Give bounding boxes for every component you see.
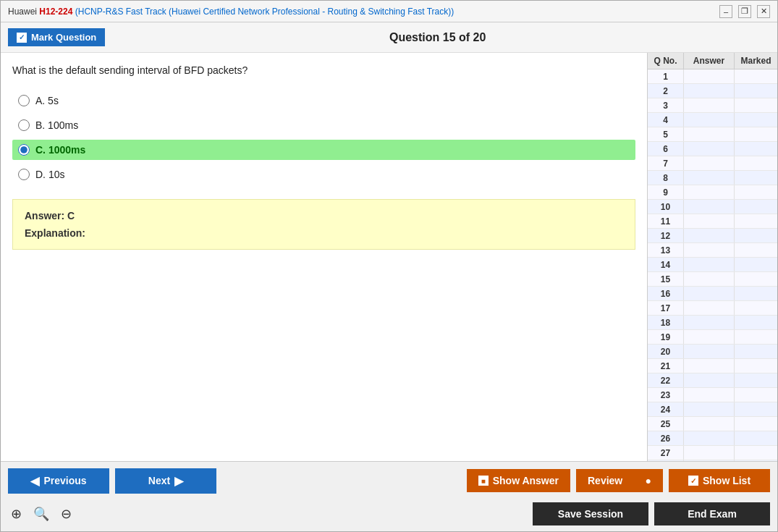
option-b-radio[interactable]	[18, 119, 30, 131]
sidebar-row[interactable]: 4	[648, 113, 777, 127]
option-a[interactable]: A. 5s	[12, 90, 635, 111]
sidebar-cell-marked	[735, 272, 777, 286]
sidebar-row[interactable]: 9	[648, 185, 777, 200]
sidebar-cell-qno: 14	[648, 258, 684, 271]
previous-arrow-icon: ◀	[30, 474, 39, 488]
sidebar-row[interactable]: 14	[648, 258, 777, 272]
sidebar-cell-marked	[735, 200, 777, 214]
zoom-in-button[interactable]: ⊕	[8, 504, 25, 523]
save-session-button[interactable]: Save Session	[533, 502, 648, 525]
sidebar-marked-header: Marked	[735, 53, 777, 69]
sidebar-cell-answer	[684, 258, 735, 271]
sidebar-cell-marked	[735, 388, 777, 402]
sidebar-row[interactable]: 22	[648, 373, 777, 388]
show-list-button[interactable]: ✓ Show List	[669, 469, 770, 492]
window-controls: – ❐ ✕	[719, 5, 770, 18]
mark-question-button[interactable]: ✓ Mark Question	[8, 28, 105, 46]
sidebar-answer-header: Answer	[684, 53, 735, 69]
sidebar-cell-marked	[735, 229, 777, 242]
sidebar-row[interactable]: 12	[648, 229, 777, 243]
sidebar-cell-qno: 9	[648, 185, 684, 199]
option-d-label: D. 10s	[35, 169, 64, 180]
question-title: Question 15 of 20	[105, 31, 770, 44]
sidebar-cell-qno: 5	[648, 127, 684, 141]
previous-button[interactable]: ◀ Previous	[8, 468, 109, 494]
sidebar-cell-marked	[735, 84, 777, 98]
end-exam-button[interactable]: End Exam	[654, 502, 770, 525]
sidebar-cell-answer	[684, 316, 735, 329]
sidebar-cell-answer	[684, 185, 735, 199]
sidebar-cell-qno: 7	[648, 156, 684, 170]
sidebar-cell-qno: 23	[648, 388, 684, 402]
sidebar-row[interactable]: 25	[648, 417, 777, 431]
sidebar-row[interactable]: 3	[648, 98, 777, 113]
sidebar-cell-qno: 26	[648, 431, 684, 445]
sidebar-row[interactable]: 6	[648, 142, 777, 156]
option-c-radio[interactable]	[18, 144, 30, 156]
sidebar-cell-answer	[684, 127, 735, 141]
sidebar-row[interactable]: 27	[648, 446, 777, 460]
option-a-radio[interactable]	[18, 95, 30, 106]
show-list-icon: ✓	[688, 476, 698, 486]
show-answer-icon: ■	[478, 476, 489, 486]
sidebar-cell-qno: 11	[648, 214, 684, 228]
course-code: H12-224	[39, 7, 72, 17]
sidebar-cell-marked	[735, 330, 777, 344]
sidebar-cell-qno: 6	[648, 142, 684, 156]
sidebar-row[interactable]: 17	[648, 301, 777, 316]
sidebar-cell-answer	[684, 113, 735, 127]
sidebar-cell-marked	[735, 243, 777, 257]
question-text: What is the default sending interval of …	[12, 64, 635, 76]
sidebar-cell-answer	[684, 214, 735, 228]
sidebar-row[interactable]: 20	[648, 345, 777, 359]
close-button[interactable]: ✕	[757, 5, 770, 18]
sidebar-row[interactable]: 13	[648, 243, 777, 258]
review-button[interactable]: Review ●	[576, 469, 663, 492]
sidebar-cell-answer	[684, 431, 735, 445]
review-label: Review	[588, 475, 622, 486]
zoom-out-button[interactable]: ⊖	[58, 504, 75, 523]
main-panel: What is the default sending interval of …	[1, 53, 647, 461]
option-b[interactable]: B. 100ms	[12, 115, 635, 135]
sidebar-cell-marked	[735, 142, 777, 156]
sidebar-row[interactable]: 8	[648, 171, 777, 185]
sidebar-row[interactable]: 7	[648, 156, 777, 171]
sidebar-cell-qno: 27	[648, 446, 684, 460]
sidebar-cell-answer	[684, 417, 735, 431]
sidebar-row[interactable]: 24	[648, 402, 777, 417]
minimize-button[interactable]: –	[719, 5, 732, 18]
sidebar-row[interactable]: 10	[648, 200, 777, 214]
sidebar-cell-answer	[684, 345, 735, 358]
zoom-reset-button[interactable]: 🔍	[30, 504, 52, 523]
sidebar-cell-qno: 17	[648, 301, 684, 315]
option-c[interactable]: C. 1000ms	[12, 140, 635, 160]
sidebar-cell-answer	[684, 69, 735, 83]
sidebar-row[interactable]: 5	[648, 127, 777, 142]
sidebar-row[interactable]: 11	[648, 214, 777, 229]
sidebar-row[interactable]: 23	[648, 388, 777, 402]
sidebar-cell-qno: 1	[648, 69, 684, 83]
sidebar-qno-header: Q No.	[648, 53, 684, 69]
sidebar-row[interactable]: 19	[648, 330, 777, 345]
restore-button[interactable]: ❐	[738, 5, 751, 18]
show-answer-button[interactable]: ■ Show Answer	[467, 469, 570, 492]
sidebar-cell-answer	[684, 229, 735, 242]
sidebar-row[interactable]: 26	[648, 431, 777, 446]
sidebar-row[interactable]: 2	[648, 84, 777, 98]
sidebar-cell-qno: 10	[648, 200, 684, 214]
sidebar-cell-marked	[735, 402, 777, 416]
nav-row: ◀ Previous Next ▶ ■ Show Answer Review ●…	[1, 462, 777, 499]
sidebar-row[interactable]: 16	[648, 287, 777, 301]
sidebar-cell-qno: 15	[648, 272, 684, 286]
show-answer-label: Show Answer	[493, 475, 559, 486]
option-d[interactable]: D. 10s	[12, 164, 635, 185]
sidebar-cell-marked	[735, 301, 777, 315]
sidebar-cell-marked	[735, 185, 777, 199]
sidebar-row[interactable]: 1	[648, 69, 777, 84]
next-button[interactable]: Next ▶	[115, 468, 216, 494]
action-row: ⊕ 🔍 ⊖ Save Session End Exam	[1, 499, 777, 531]
sidebar-row[interactable]: 15	[648, 272, 777, 287]
sidebar-row[interactable]: 21	[648, 359, 777, 373]
option-d-radio[interactable]	[18, 169, 30, 180]
sidebar-row[interactable]: 18	[648, 316, 777, 330]
